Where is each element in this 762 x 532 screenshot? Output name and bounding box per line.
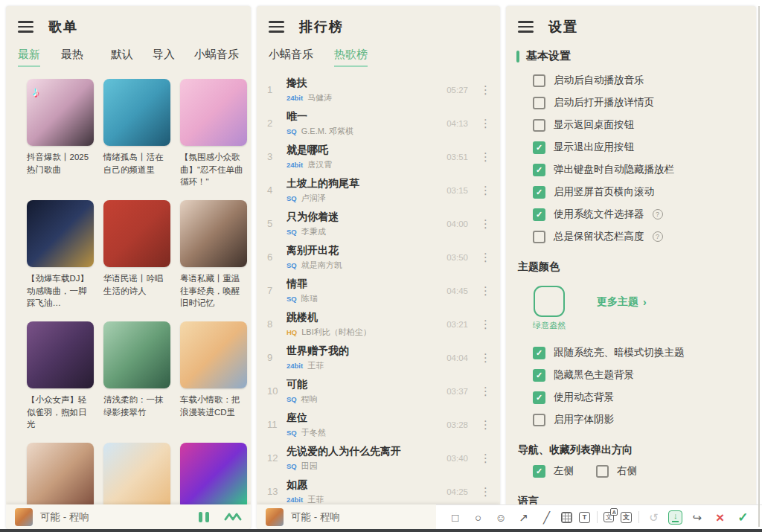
playlist-card[interactable]: 华语民谣丨吟唱生活的诗人 [103, 200, 170, 310]
song-row[interactable]: 13如愿24bit王菲04:25⋮ [257, 475, 500, 508]
tab-hottest[interactable]: 最热 [61, 48, 83, 67]
song-row[interactable]: 2唯一SQG.E.M. 邓紫棋04:13⋮ [257, 106, 500, 140]
song-row[interactable]: 3就是哪吒24bit唐汉霄03:51⋮ [257, 140, 500, 173]
undo-icon[interactable]: ↺ [645, 509, 662, 525]
more-options-icon[interactable]: ⋮ [477, 351, 494, 365]
option-system-file-picker[interactable]: 使用系统文件选择器 [533, 203, 756, 225]
playlist-queue-icon[interactable] [224, 512, 242, 522]
song-row[interactable]: 9世界赠予我的24bit王菲04:04⋮ [257, 341, 500, 374]
text-tool-icon[interactable]: T [579, 512, 590, 523]
more-options-icon[interactable]: ⋮ [477, 284, 494, 298]
checkbox[interactable] [533, 465, 545, 478]
option-dynamic-background[interactable]: 使用动态背景 [533, 386, 756, 408]
checkbox[interactable] [533, 208, 545, 221]
more-options-icon[interactable]: ⋮ [477, 117, 494, 130]
song-row[interactable]: 1搀扶24bit马健涛05:27⋮ [257, 73, 500, 106]
ocr-tool-icon[interactable]: 文 [621, 512, 632, 523]
more-options-icon[interactable]: ⋮ [477, 184, 494, 197]
now-playing-art[interactable] [266, 508, 284, 526]
option-right-side[interactable]: 右侧 [596, 460, 637, 482]
checkbox[interactable] [533, 141, 545, 154]
action-default[interactable]: 默认 [111, 48, 133, 62]
playlist-cover[interactable] [103, 443, 170, 510]
playlist-cover[interactable] [103, 200, 170, 267]
song-row[interactable]: 11座位SQ于冬然03:28⋮ [257, 408, 500, 441]
confirm-icon[interactable]: ✓ [734, 509, 751, 525]
playlist-card[interactable]: 车载小情歌：把浪漫装进CD里 [180, 321, 247, 431]
playlist-card[interactable]: 【小众女声】轻似雀羽，煦如日光 [27, 321, 94, 431]
theme-swatch-green[interactable]: 绿意盎然 [533, 286, 566, 331]
checkbox[interactable] [533, 97, 545, 109]
playlist-card[interactable]: 粤语私藏丨重温往事经典，唤醒旧时记忆 [180, 200, 247, 310]
option-show-exit-button[interactable]: 显示退出应用按钮 [533, 136, 756, 158]
cancel-icon[interactable]: × [712, 509, 729, 525]
rectangle-tool-icon[interactable]: □ [447, 509, 464, 525]
checkbox[interactable] [533, 119, 545, 132]
now-playing-title[interactable]: 可能 - 程响 [291, 510, 340, 524]
menu-icon[interactable] [18, 21, 33, 33]
checkbox[interactable] [533, 391, 545, 404]
option-hide-playbar-on-keyboard[interactable]: 弹出键盘时自动隐藏播放栏 [533, 158, 756, 181]
option-show-home-button[interactable]: 显示返回桌面按钮 [533, 114, 756, 136]
share-icon[interactable]: ↪ [689, 509, 705, 525]
more-options-icon[interactable]: ⋮ [477, 217, 494, 231]
option-font-shadow[interactable]: 启用字体阴影 [533, 408, 756, 431]
ellipse-tool-icon[interactable]: ○ [470, 509, 486, 525]
option-autoplay-on-launch[interactable]: 启动后自动播放音乐 [533, 69, 756, 92]
song-row[interactable]: 10可能SQ程响03:37⋮ [257, 374, 500, 408]
more-options-icon[interactable]: ⋮ [477, 452, 494, 465]
more-options-icon[interactable]: ⋮ [477, 418, 494, 432]
playlist-cover[interactable] [180, 321, 247, 388]
tab-newest[interactable]: 最新 [18, 48, 40, 67]
playlist-cover[interactable] [180, 443, 247, 510]
now-playing-art[interactable] [15, 508, 33, 526]
playlist-cover[interactable] [180, 200, 247, 267]
mini-player[interactable]: 可能 - 程响 [6, 504, 251, 529]
more-options-icon[interactable]: ⋮ [477, 485, 494, 499]
help-icon[interactable] [653, 209, 663, 219]
emoji-sticker-tool-icon[interactable]: ☺ [493, 509, 509, 525]
checkbox[interactable] [533, 164, 545, 176]
song-row[interactable]: 8跳楼机HQLBI利比（时柏尘）03:21⋮ [257, 307, 500, 341]
option-open-player-on-launch[interactable]: 启动后打开播放详情页 [533, 92, 756, 114]
playlist-card[interactable]: ♪ 抖音爆款丨2025热门歌曲 [27, 79, 94, 188]
translate-tool-icon[interactable]: 文 A [603, 512, 614, 522]
playlist-cover[interactable]: ♪ [27, 79, 94, 146]
checkbox[interactable] [533, 414, 545, 426]
option-hide-black-theme-bg[interactable]: 隐藏黑色主题背景 [533, 364, 756, 386]
playlist-cover[interactable] [27, 200, 94, 267]
more-options-icon[interactable]: ⋮ [477, 318, 494, 331]
playlist-cover[interactable] [180, 79, 247, 146]
menu-icon[interactable] [269, 21, 284, 33]
mosaic-tool-icon[interactable] [561, 512, 572, 523]
action-snail-music[interactable]: 小蜗音乐 [194, 48, 239, 62]
song-row[interactable]: 12先说爱的人为什么先离开SQ田园03:40⋮ [257, 441, 500, 475]
playlist-card[interactable]: 【劲爆车载DJ】动感嗨曲，一脚踩飞油… [27, 200, 94, 310]
song-row[interactable]: 5只为你着迷SQ李秉成04:00⋮ [257, 207, 500, 240]
playlist-card[interactable]: 【氛围感小众歌曲】"忍不住单曲循环！" [180, 79, 247, 188]
option-follow-system-theme[interactable]: 跟随系统亮、暗模式切换主题 [533, 342, 756, 364]
option-keep-statusbar-height[interactable]: 总是保留状态栏高度 [533, 225, 756, 248]
help-icon[interactable] [653, 231, 663, 242]
checkbox[interactable] [533, 369, 545, 382]
more-options-icon[interactable]: ⋮ [477, 150, 494, 164]
playlist-card[interactable]: 情绪孤岛丨活在自己的频道里 [103, 79, 170, 188]
pen-tool-icon[interactable]: ╱ [539, 509, 555, 525]
arrow-tool-icon[interactable]: ↗ [516, 509, 532, 525]
more-options-icon[interactable]: ⋮ [477, 385, 494, 398]
playlist-cover[interactable] [27, 443, 94, 510]
more-themes-link[interactable]: 更多主题 › [597, 295, 647, 309]
now-playing-title[interactable]: 可能 - 程响 [40, 510, 89, 524]
more-options-icon[interactable]: ⋮ [477, 83, 494, 97]
more-options-icon[interactable]: ⋮ [477, 251, 494, 264]
checkbox[interactable] [533, 231, 545, 243]
action-import[interactable]: 导入 [153, 48, 175, 62]
save-icon[interactable]: ↓ [668, 510, 682, 525]
menu-icon[interactable] [518, 21, 534, 33]
option-left-side[interactable]: 左侧 [533, 460, 574, 482]
checkbox[interactable] [596, 465, 609, 478]
pause-icon[interactable] [199, 512, 209, 522]
song-row[interactable]: 6离别开出花SQ就是南方凯03:50⋮ [257, 240, 500, 274]
option-horizontal-scroll-home[interactable]: 启用竖屏首页横向滚动 [533, 181, 756, 203]
checkbox[interactable] [533, 74, 545, 87]
